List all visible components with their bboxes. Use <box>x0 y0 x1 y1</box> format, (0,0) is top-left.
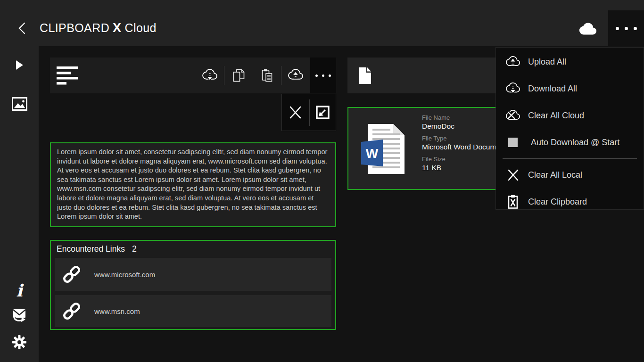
link-url: www.microsoft.com <box>94 271 155 279</box>
clear-x-icon <box>507 169 520 181</box>
align-left-icon <box>57 58 78 93</box>
menu-item-clear-all-local[interactable]: Clear All Local <box>496 163 644 187</box>
clear-clipboard-icon <box>507 195 519 209</box>
word-document-icon: W <box>361 123 405 175</box>
sidebar-nav: i <box>0 46 39 362</box>
cloud-status-indicator <box>578 22 598 38</box>
back-chevron-icon <box>17 22 28 35</box>
sidebar-item-feedback[interactable] <box>0 308 39 322</box>
cloud-download-icon <box>202 68 218 82</box>
copy-icon <box>233 69 245 82</box>
menu-item-label: Upload All <box>528 57 566 67</box>
more-dropdown-menu: Upload All Download All C <box>495 47 644 210</box>
edit-item-button[interactable] <box>309 94 336 131</box>
more-ellipsis-icon <box>616 27 619 30</box>
title-main: CLIPBOARD <box>40 21 109 34</box>
menu-item-label: Clear All Local <box>528 170 582 180</box>
page-title: CLIPBOARDXCloud <box>40 21 157 35</box>
play-icon <box>16 60 23 70</box>
paste-button[interactable] <box>256 58 278 93</box>
auto-download-checkbox[interactable] <box>508 138 518 147</box>
file-type-label: File Type <box>422 135 447 142</box>
app-window: CLIPBOARDXCloud i <box>0 0 644 362</box>
item-more-button[interactable] <box>310 58 336 93</box>
toolbar-separator <box>224 66 224 85</box>
file-size-label: File Size <box>422 156 446 163</box>
back-button[interactable] <box>15 21 29 36</box>
menu-item-clear-clipboard[interactable]: Clear Clipboard <box>496 189 644 214</box>
links-title: Encountered Links <box>57 244 125 254</box>
link-chain-icon <box>61 264 82 285</box>
title-x: X <box>113 21 121 35</box>
clipboard-text-item[interactable]: Lorem ipsum dolor sit amet, consetetur s… <box>50 142 336 227</box>
file-size-value: 11 KB <box>422 164 441 172</box>
cloud-upload-icon <box>288 68 304 82</box>
link-chain-icon <box>61 301 82 321</box>
cloud-icon <box>578 22 598 36</box>
more-ellipsis-icon <box>315 74 318 77</box>
file-type-value: Microsoft Word Document <box>422 143 506 151</box>
paste-icon <box>262 69 272 82</box>
menu-item-clear-all-cloud[interactable]: Clear All Cloud <box>496 103 644 128</box>
sidebar-item-images[interactable] <box>0 97 39 111</box>
menu-item-upload-all[interactable]: Upload All <box>496 49 644 74</box>
delete-item-button[interactable] <box>282 94 309 131</box>
menu-item-label: Clear Clipboard <box>528 197 587 207</box>
sidebar-item-info[interactable]: i <box>0 282 39 299</box>
link-item[interactable]: www.microsoft.com <box>55 258 331 291</box>
mail-sync-icon <box>12 308 27 322</box>
clear-x-icon <box>288 105 303 120</box>
cloud-download-icon <box>505 82 520 96</box>
sidebar-item-run[interactable] <box>0 60 39 70</box>
clipboard-text-content: Lorem ipsum dolor sit amet, consetetur s… <box>51 143 335 226</box>
top-app-bar: CLIPBOARDXCloud <box>0 0 644 46</box>
links-count-badge: 2 <box>132 244 137 254</box>
word-letter: W <box>366 146 379 161</box>
cloud-upload-icon <box>505 55 520 68</box>
title-suffix: Cloud <box>125 21 157 34</box>
file-name-value: DemoDoc <box>422 122 454 131</box>
file-name-label: File Name <box>422 114 450 121</box>
menu-item-auto-download[interactable]: Auto Download @ Start <box>496 130 644 155</box>
download-item-button[interactable] <box>199 58 221 93</box>
menu-item-download-all[interactable]: Download All <box>496 76 644 101</box>
menu-item-label: Auto Download @ Start <box>531 138 619 148</box>
cloud-clear-icon <box>505 109 520 122</box>
links-header: Encountered Links2 <box>51 241 335 254</box>
edit-icon <box>316 106 330 119</box>
text-item-toolbar <box>50 58 336 93</box>
file-icon <box>359 67 372 84</box>
upload-item-button[interactable] <box>285 58 306 93</box>
image-icon <box>12 97 27 111</box>
copy-button[interactable] <box>228 58 249 93</box>
item-more-flyout <box>281 94 336 131</box>
menu-item-label: Download All <box>528 84 577 94</box>
file-type-indicator <box>354 58 376 93</box>
sidebar-item-settings[interactable] <box>0 335 39 350</box>
appbar-more-button[interactable] <box>608 10 644 46</box>
link-item[interactable]: www.msn.com <box>55 295 331 327</box>
info-icon: i <box>16 282 23 299</box>
toolbar-separator <box>281 66 281 85</box>
menu-item-label: Clear All Cloud <box>528 111 584 121</box>
menu-separator <box>503 158 637 159</box>
settings-gear-icon <box>12 335 27 350</box>
link-url: www.msn.com <box>94 307 140 315</box>
encountered-links-panel: Encountered Links2 www.microsoft.com www… <box>50 240 336 330</box>
